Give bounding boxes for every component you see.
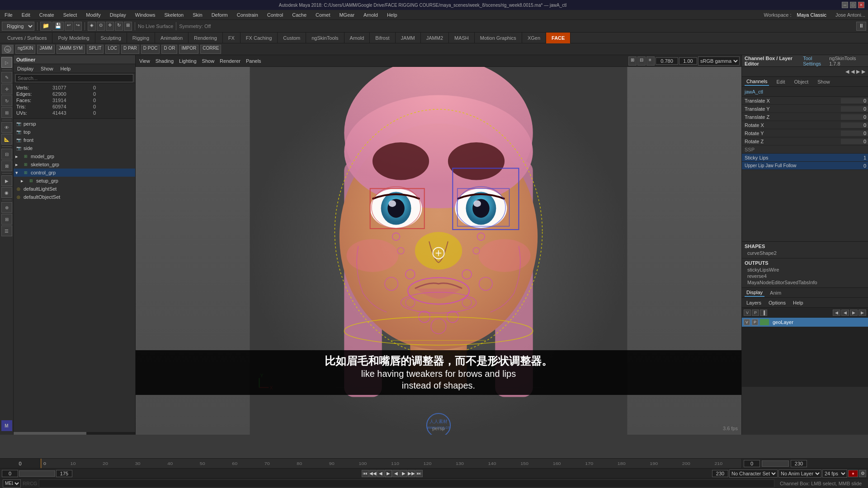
range-bar[interactable] — [762, 460, 789, 467]
minimize-button[interactable]: ─ — [842, 2, 848, 8]
timeline-track[interactable]: 0 10 20 30 40 50 60 70 80 90 100 110 120… — [41, 459, 741, 468]
layer-p-indicator[interactable]: P — [752, 319, 758, 325]
tab-custom[interactable]: Custom — [278, 33, 306, 43]
outliner-item-default-object-set[interactable]: ◎ defaultObjectSet — [14, 193, 135, 201]
tab-jamm2[interactable]: JAMM2 — [421, 33, 449, 43]
layer-p-btn[interactable]: P — [752, 310, 759, 316]
tab-channels[interactable]: Channels — [745, 78, 769, 86]
extra-tool3[interactable]: ☰ — [1, 225, 12, 236]
move-tool-btn[interactable]: ✛ — [106, 22, 114, 31]
outliner-item-skeleton-grp[interactable]: ▸ ⊞ skeleton_grp — [14, 160, 135, 169]
ngskin-link[interactable]: ngSkinTools 1.7.8 — [829, 56, 865, 66]
next-key-btn[interactable]: ▶▶ — [408, 470, 415, 477]
layer-btn-b[interactable]: ◀ — [841, 310, 849, 316]
redo-btn[interactable]: ↪ — [74, 22, 82, 31]
tab-jamm[interactable]: JAMM — [396, 33, 421, 43]
ch-val-rotate-y[interactable]: 0 — [841, 131, 868, 136]
outliner-item-top[interactable]: 📷 top — [14, 128, 135, 136]
scale-input[interactable]: 1.00 — [679, 57, 697, 65]
menu-edit[interactable]: Edit — [20, 11, 32, 19]
menu-modify[interactable]: Modify — [84, 11, 102, 19]
vp-btn2[interactable]: ⊟ — [637, 56, 646, 66]
menu-skeleton[interactable]: Skeleton — [162, 11, 185, 19]
d-or-label[interactable]: D OR — [161, 45, 177, 54]
menu-skin[interactable]: Skin — [191, 11, 204, 19]
fps-select[interactable]: 24 fps — [822, 469, 847, 478]
anim-layer-select[interactable]: No Anim Layer — [778, 469, 821, 478]
tab-poly-modeling[interactable]: Poly Modeling — [52, 33, 95, 43]
menu-select[interactable]: Select — [61, 11, 79, 19]
tab-mash[interactable]: MASH — [449, 33, 475, 43]
tab-xgen[interactable]: XGen — [522, 33, 546, 43]
range-end-input[interactable] — [791, 460, 807, 467]
ch-sticky-lips[interactable]: Sticky Lips 1 — [742, 154, 868, 162]
output-item-1[interactable]: stickyLipsWire — [745, 267, 865, 273]
current-frame-input[interactable] — [2, 470, 18, 477]
layers-menu[interactable]: Layers — [745, 299, 763, 306]
frame-display-bar[interactable] — [19, 470, 55, 477]
tab-anim[interactable]: Anim — [768, 289, 783, 296]
shading-menu[interactable]: Shading — [154, 58, 175, 64]
impor-label[interactable]: IMPOR — [179, 45, 198, 54]
ch-rotate-y[interactable]: Rotate Y 0 — [742, 129, 868, 137]
char-set-select[interactable]: No Character Set — [729, 469, 778, 478]
open-file-btn[interactable]: 📁 — [40, 22, 52, 31]
show-hide-tool[interactable]: 👁 — [1, 122, 12, 133]
ch-val-rotate-z[interactable]: 0 — [841, 139, 868, 144]
tab-curves-surfaces[interactable]: Curves / Surfaces — [2, 33, 52, 43]
geo-layer-row[interactable]: V P geoLayer — [742, 318, 868, 327]
extra-btn[interactable]: ⚙ — [859, 470, 866, 477]
outliner-scrollbar[interactable] — [14, 432, 135, 435]
ng-icon[interactable]: ng — [2, 45, 14, 54]
viewport[interactable]: View Shading Lighting Show Renderer Pane… — [136, 55, 741, 435]
ch-val-translate-z[interactable]: 0 — [841, 114, 868, 120]
outliner-item-control-grp[interactable]: ▾ ⊞ control_grp — [14, 169, 135, 177]
ch-translate-z[interactable]: Translate Z 0 — [742, 113, 868, 121]
menu-display[interactable]: Display — [108, 11, 128, 19]
rigging-dropdown[interactable]: Rigging — [2, 22, 34, 31]
tab-ngskintools[interactable]: ngSkinTools — [306, 33, 344, 43]
output-item-2[interactable]: reverse4 — [745, 273, 865, 279]
go-start-btn[interactable]: ⏮ — [362, 470, 369, 477]
show-menu[interactable]: Show — [200, 58, 217, 64]
tab-fx-caching[interactable]: FX Caching — [241, 33, 278, 43]
scrollbar-thumb[interactable] — [14, 432, 86, 435]
lasso-tool-btn[interactable]: ⊙ — [97, 22, 105, 31]
tab-sculpting[interactable]: Sculpting — [95, 33, 127, 43]
outliner-item-setup-grp[interactable]: ▸ ⊞ setup_grp — [14, 177, 135, 185]
move-tool[interactable]: ✛ — [1, 84, 12, 94]
shapes-item-1[interactable]: curveShape2 — [745, 250, 865, 256]
tab-show[interactable]: Show — [816, 78, 832, 85]
outliner-item-front[interactable]: 📷 front — [14, 136, 135, 144]
layer-vis-indicator[interactable]: V — [744, 319, 750, 325]
outliner-item-model-grp[interactable]: ▸ ⊞ model_grp — [14, 152, 135, 160]
save-file-btn[interactable]: 💾 — [52, 22, 64, 31]
search-input[interactable] — [15, 74, 133, 82]
undo-btn[interactable]: ↩ — [65, 22, 73, 31]
lighting-menu[interactable]: Lighting — [177, 58, 198, 64]
paint-tool[interactable]: ✎ — [1, 72, 12, 83]
split-label[interactable]: SPLIT — [87, 45, 104, 54]
outliner-menu-show[interactable]: Show — [39, 65, 55, 72]
render-tool[interactable]: ▶ — [1, 175, 12, 186]
frame-number-start[interactable]: 0 — [0, 459, 41, 468]
tool-settings-link[interactable]: Tool Settings — [803, 56, 829, 66]
menu-comet[interactable]: Comet — [314, 11, 332, 19]
layer-vis-btn[interactable]: V — [744, 310, 751, 316]
panel-btn2[interactable]: ◀ — [851, 69, 854, 75]
mel-python-select[interactable]: MEL Python — [3, 479, 21, 488]
scale-tool-btn[interactable]: ⊞ — [124, 22, 132, 31]
menu-arnold[interactable]: Arnold — [362, 11, 380, 19]
play-back-btn[interactable]: ◀ — [392, 470, 400, 477]
range-start-input[interactable] — [744, 460, 760, 467]
extra-tool2[interactable]: ⊞ — [1, 214, 12, 225]
ch-val-upper-lip[interactable]: 0 — [841, 163, 868, 169]
colorspace-select[interactable]: sRGB gamma — [698, 56, 740, 66]
d-poc-label[interactable]: D POC — [141, 45, 160, 54]
select-tool[interactable]: ▷ — [1, 57, 12, 68]
ch-translate-x[interactable]: Translate X 0 — [742, 97, 868, 105]
next-frame-btn[interactable]: ▶ — [400, 470, 407, 477]
output-item-3[interactable]: MayaNodeEditorSavedTabsInfo — [745, 279, 865, 286]
go-end-btn[interactable]: ⏭ — [415, 470, 423, 477]
viewport-canvas[interactable]: X Y 人人素材 www.rrcg.cn 比如眉毛和嘴唇的调整器，而不是形状调整… — [136, 67, 741, 435]
